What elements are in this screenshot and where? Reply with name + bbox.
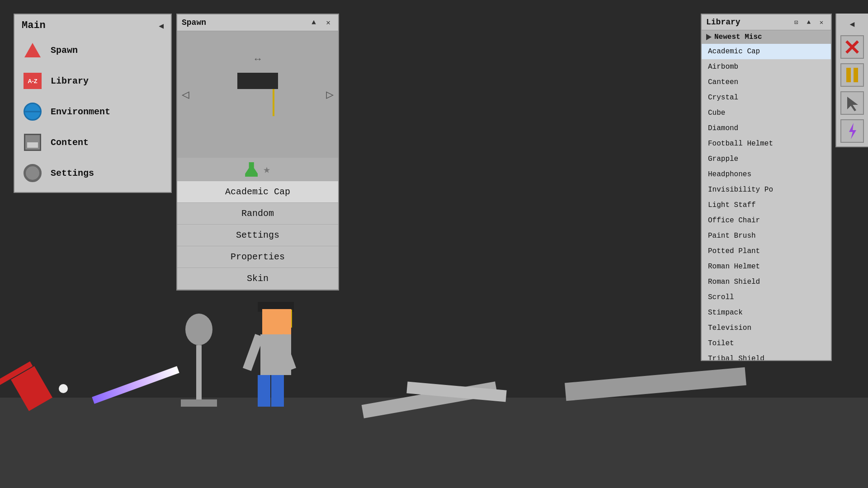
big-plank — [565, 367, 746, 401]
library-item-diamond[interactable]: Diamond — [702, 121, 831, 136]
library-list: Academic Cap Airbomb Canteen Crystal Cub… — [702, 44, 831, 360]
char-leg-left — [258, 375, 270, 407]
char-head — [262, 309, 291, 334]
pause-bar-2 — [854, 68, 858, 82]
spawn-random-button[interactable]: Random — [177, 203, 338, 225]
spawn-preview-area: ↔ ◁ ▷ — [177, 31, 338, 158]
library-item-light-staff[interactable]: Light Staff — [702, 197, 831, 213]
toolbar-close-button[interactable] — [840, 35, 864, 59]
spawn-menu: Academic Cap Random Settings Properties … — [177, 181, 338, 290]
library-item-potted-plant[interactable]: Potted Plant — [702, 244, 831, 259]
library-item-roman-shield[interactable]: Roman Shield — [702, 274, 831, 290]
sidebar-item-library[interactable]: A-Z Library — [18, 66, 167, 96]
spawn-nav-right-button[interactable]: ▷ — [326, 87, 334, 102]
red-device — [18, 371, 45, 407]
category-expand-icon — [706, 34, 712, 40]
library-item-toilet[interactable]: Toilet — [702, 336, 831, 351]
spawn-close-button[interactable]: ✕ — [323, 17, 334, 28]
library-minimize-button[interactable]: ▲ — [804, 17, 814, 27]
sidebar-item-library-label: Library — [51, 76, 89, 86]
library-item-grapple[interactable]: Grapple — [702, 151, 831, 167]
library-category[interactable]: Newest Misc — [702, 30, 831, 44]
spawn-settings-button[interactable]: Settings — [177, 225, 338, 246]
main-panel-label: Main — [22, 20, 46, 31]
toolbar-lightning-button[interactable] — [840, 119, 864, 143]
content-floppy-icon — [24, 134, 41, 151]
sidebar-item-spawn[interactable]: Spawn — [18, 35, 167, 66]
cap-tassel — [273, 89, 274, 116]
spawn-icons-row: ★ — [177, 158, 338, 181]
x-icon — [844, 39, 860, 55]
pause-icon — [846, 68, 858, 82]
library-item-stimpack[interactable]: Stimpack — [702, 305, 831, 320]
char-body — [260, 334, 291, 375]
cap-board — [237, 73, 278, 89]
library-az-icon: A-Z — [24, 73, 42, 89]
environment-icon — [22, 101, 43, 122]
toolbar-cursor-button[interactable] — [840, 91, 864, 115]
library-item-canteen[interactable]: Canteen — [702, 75, 831, 90]
white-sphere — [59, 384, 68, 393]
library-panel: Library ⊡ ▲ ✕ Newest Misc Academic Cap A… — [701, 14, 832, 361]
star-icon: ★ — [263, 162, 270, 177]
sidebar-item-spawn-label: Spawn — [51, 45, 78, 56]
library-panel-controls: ⊡ ▲ ✕ — [791, 17, 826, 27]
sidebar-item-content[interactable]: Content — [18, 127, 167, 158]
spawn-panel-title: Spawn — [182, 18, 206, 27]
spawn-triangle-icon — [24, 43, 41, 57]
spawn-nav-left-button[interactable]: ◁ — [182, 87, 189, 102]
sidebar-item-content-label: Content — [51, 137, 89, 148]
library-item-invisibility[interactable]: Invisibility Po — [702, 182, 831, 197]
main-panel: Main ◀ Spawn A-Z Library Environment Con… — [14, 14, 172, 193]
main-panel-collapse[interactable]: ◀ — [159, 21, 164, 31]
fan-base — [181, 399, 217, 407]
library-item-academic-cap[interactable]: Academic Cap — [702, 44, 831, 59]
library-item-football-helmet[interactable]: Football Helmet — [702, 136, 831, 151]
library-item-television[interactable]: Television — [702, 320, 831, 336]
library-item-roman-helmet[interactable]: Roman Helmet — [702, 259, 831, 274]
lightning-icon — [845, 122, 859, 140]
svg-marker-1 — [849, 123, 856, 139]
spawn-panel-controls: ▲ ✕ — [308, 17, 334, 28]
library-item-paint-brush[interactable]: Paint Brush — [702, 228, 831, 244]
spawn-panel: Spawn ▲ ✕ ↔ ◁ ▷ ★ Academic Cap Random Se… — [176, 14, 339, 291]
library-category-name: Newest Misc — [714, 33, 762, 41]
academic-cap-preview — [237, 73, 278, 116]
library-item-office-chair[interactable]: Office Chair — [702, 213, 831, 228]
spawn-selected-item-label[interactable]: Academic Cap — [177, 181, 338, 203]
sidebar-item-settings-label: Settings — [51, 168, 94, 178]
content-icon — [22, 131, 43, 153]
library-item-crystal[interactable]: Crystal — [702, 90, 831, 105]
spawn-skin-button[interactable]: Skin — [177, 268, 338, 290]
library-item-cube[interactable]: Cube — [702, 105, 831, 121]
library-item-airbomb[interactable]: Airbomb — [702, 59, 831, 75]
spawn-resize-arrow: ↔ — [255, 54, 260, 65]
cursor-icon — [845, 95, 859, 111]
right-toolbar-collapse-button[interactable]: ◀ — [848, 17, 857, 31]
settings-gear-icon — [24, 164, 42, 182]
spawn-icon — [22, 39, 43, 61]
toolbar-pause-button[interactable] — [840, 63, 864, 87]
fan-pole — [196, 345, 202, 399]
spawn-panel-titlebar: Spawn ▲ ✕ — [177, 14, 338, 31]
main-panel-title: Main ◀ — [18, 18, 167, 35]
library-item-tribal-shield[interactable]: Tribal Shield — [702, 351, 831, 360]
fan-stand — [181, 314, 217, 407]
library-window-button[interactable]: ⊡ — [791, 17, 801, 27]
sidebar-item-settings[interactable]: Settings — [18, 158, 167, 188]
spawn-properties-button[interactable]: Properties — [177, 246, 338, 268]
library-close-button[interactable]: ✕ — [816, 17, 826, 27]
spawn-minimize-button[interactable]: ▲ — [308, 17, 319, 28]
settings-icon — [22, 162, 43, 184]
character — [253, 280, 298, 407]
library-item-headphones[interactable]: Headphones — [702, 167, 831, 182]
char-leg-right — [271, 375, 284, 407]
library-item-scroll[interactable]: Scroll — [702, 290, 831, 305]
library-icon: A-Z — [22, 70, 43, 92]
ground — [0, 398, 868, 488]
sidebar-item-environment-label: Environment — [51, 107, 110, 117]
right-toolbar: ◀ — [835, 14, 868, 147]
sidebar-item-environment[interactable]: Environment — [18, 96, 167, 127]
library-panel-titlebar: Library ⊡ ▲ ✕ — [702, 14, 831, 30]
flask-icon — [245, 162, 258, 177]
